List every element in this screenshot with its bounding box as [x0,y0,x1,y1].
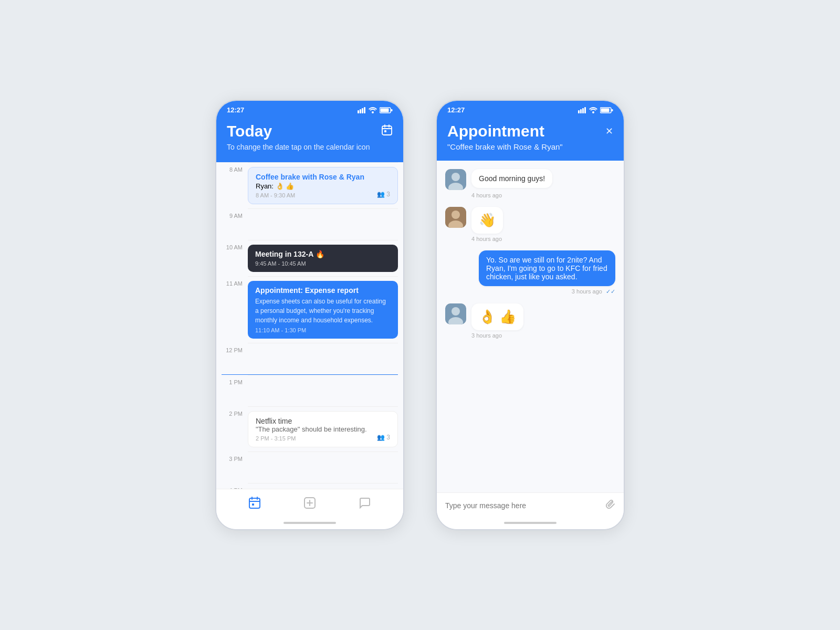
chat-message-1: Good morning guys! 4 hours ago [445,169,615,198]
message-text-3: Yo. So are we still on for 2nite? And Ry… [486,256,607,281]
svg-rect-20 [612,109,613,111]
chat-time-4: 3 hours ago [445,332,615,339]
event-expense[interactable]: Appointment: Expense report Expense shee… [248,281,398,339]
chat-time-2: 4 hours ago [445,236,615,242]
event-netflix-sub: "The package" should be interesting. [256,425,390,433]
event-netflix-time: 2 PM - 3:15 PM [256,435,296,442]
calendar-icon[interactable] [381,124,393,139]
time-slot-3pm: 3 PM [216,452,403,483]
svg-rect-9 [384,130,386,132]
time-slot-9am: 9 AM [216,208,403,240]
svg-rect-1 [360,109,361,113]
calendar-header: Today To change the date tap on the cale… [216,117,403,162]
calendar-content: 8 AM Coffee brake with Rose & Ryan Ryan:… [216,162,403,489]
svg-point-22 [452,173,460,181]
avatar-3 [445,303,466,324]
svg-point-17 [592,111,594,113]
attach-icon[interactable] [606,499,615,511]
time-slot-8am: 8 AM Coffee brake with Rose & Ryan Ryan:… [216,162,403,208]
appointment-header: Appointment ✕ "Coffee brake with Rose & … [437,117,624,161]
time-slot-12pm: 12 PM [216,343,403,374]
time-slot-1pm: 1 PM [216,375,403,406]
event-netflix-title: Netflix time [256,417,390,425]
time-label-9am: 9 AM [222,208,248,240]
time-slot-2pm: 2 PM Netflix time "The package" should b… [216,406,403,452]
message-emoji-2: 👋 [479,212,496,228]
time-label-3pm: 3 PM [222,452,248,483]
status-bar-1: 12:27 [216,101,403,117]
event-expense-desc: Expense sheets can also be useful for cr… [255,297,391,325]
svg-rect-13 [578,110,580,113]
event-coffee-emoji: Ryan: 👌 👍 [256,182,390,190]
status-time-2: 12:27 [447,106,465,114]
time-label-8am: 8 AM [222,162,248,208]
nav-calendar[interactable] [248,497,261,512]
time-slot-10am: 10 AM Meeting in 132-A 🔥 9:45 AM - 10:45… [216,240,403,276]
chat-row-3: Yo. So are we still on for 2nite? And Ry… [445,250,615,286]
status-bar-2: 12:27 [437,101,624,117]
svg-rect-19 [601,108,610,112]
chat-message-4: 👌 👍 3 hours ago [445,303,615,339]
event-meeting-time: 9:45 AM - 10:45 AM [255,260,391,267]
message-emoji-4: 👌 👍 [479,309,516,324]
event-meeting[interactable]: Meeting in 132-A 🔥 9:45 AM - 10:45 AM [248,245,398,272]
svg-rect-14 [580,109,582,113]
chat-input[interactable] [445,501,601,510]
event-expense-time: 11:10 AM - 1:30 PM [255,327,391,333]
time-label-12pm: 12 PM [222,343,248,374]
nav-add[interactable] [303,497,316,512]
bottom-nav [216,489,403,518]
status-icons-1 [358,107,393,113]
chat-message-2: 👋 4 hours ago [445,207,615,242]
home-indicator-1 [216,518,403,529]
nav-messages[interactable] [359,497,371,512]
time-label-10am: 10 AM [222,240,248,276]
chat-time-3: 3 hours ago ✓✓ [445,288,615,295]
event-coffee-title: Coffee brake with Rose & Ryan [256,173,390,181]
svg-rect-10 [249,498,260,508]
chat-input-bar[interactable] [437,492,624,518]
svg-point-25 [452,211,460,219]
bubble-2: 👋 [471,207,503,234]
bubble-4: 👌 👍 [471,303,523,330]
chat-message-3: Yo. So are we still on for 2nite? And Ry… [445,250,615,295]
calendar-subtitle: To change the date tap on the calendar i… [227,142,393,153]
appointment-quote: "Coffee brake with Rose & Ryan" [447,142,613,151]
chat-row-1: Good morning guys! [445,169,615,190]
svg-rect-16 [584,107,586,113]
calendar-phone: 12:27 Today [215,100,404,530]
event-coffee-time: 8 AM - 9:30 AM [256,192,295,198]
event-meeting-title: Meeting in 132-A 🔥 [255,250,391,258]
status-time-1: 12:27 [227,106,244,114]
appointment-phone: 12:27 Appointment ✕ "C [436,100,625,530]
svg-rect-3 [364,107,365,113]
svg-rect-7 [391,109,393,111]
close-button[interactable]: ✕ [605,125,613,137]
chat-content: Good morning guys! 4 hours ago [437,161,624,492]
svg-rect-8 [382,126,392,135]
calendar-title: Today [227,122,272,140]
avatar-2 [445,207,466,228]
svg-rect-0 [358,110,359,113]
svg-rect-15 [582,108,584,113]
chat-row-4: 👌 👍 [445,303,615,330]
svg-rect-6 [381,108,389,112]
bubble-1: Good morning guys! [471,169,552,188]
time-slot-4pm: 4 PM [216,483,403,489]
time-label-1pm: 1 PM [222,375,248,406]
event-expense-title: Appointment: Expense report [255,286,391,295]
event-coffee[interactable]: Coffee brake with Rose & Ryan Ryan: 👌 👍 … [248,167,398,204]
svg-point-28 [452,307,460,316]
svg-point-4 [372,111,374,113]
svg-rect-2 [362,108,363,113]
chat-time-1: 4 hours ago [445,192,615,198]
event-netflix[interactable]: Netflix time "The package" should be int… [248,411,398,447]
time-label-11am: 11 AM [222,276,248,343]
svg-rect-11 [252,503,254,506]
home-indicator-2 [437,518,624,529]
event-netflix-attendees: 👥 3 [377,434,390,441]
time-label-2pm: 2 PM [222,406,248,452]
time-label-4pm: 4 PM [222,483,248,489]
avatar-1 [445,169,466,190]
event-coffee-attendees: 👥 3 [377,191,390,198]
